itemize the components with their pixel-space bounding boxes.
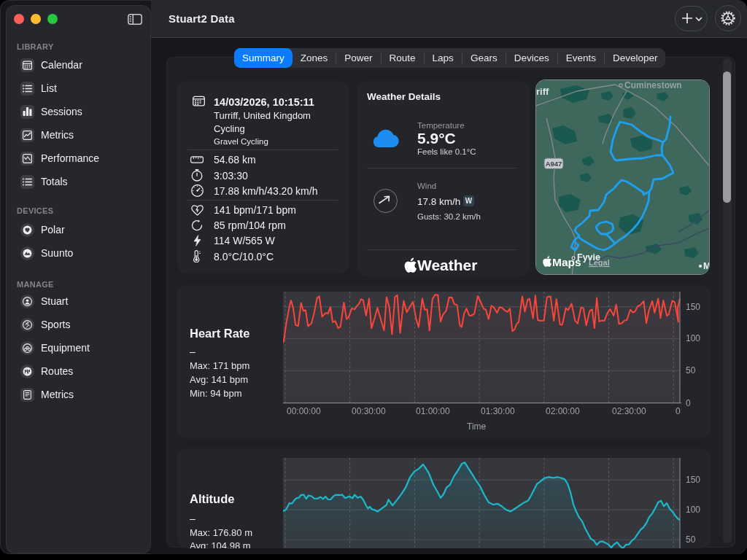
- svg-text:Cuminestown: Cuminestown: [624, 80, 682, 90]
- svg-text:Weather: Weather: [417, 257, 477, 273]
- svg-text:Maps: Maps: [552, 256, 581, 268]
- svg-text:Legal: Legal: [589, 258, 610, 267]
- svg-text:A947: A947: [546, 160, 562, 168]
- svg-text:riff: riff: [536, 86, 549, 97]
